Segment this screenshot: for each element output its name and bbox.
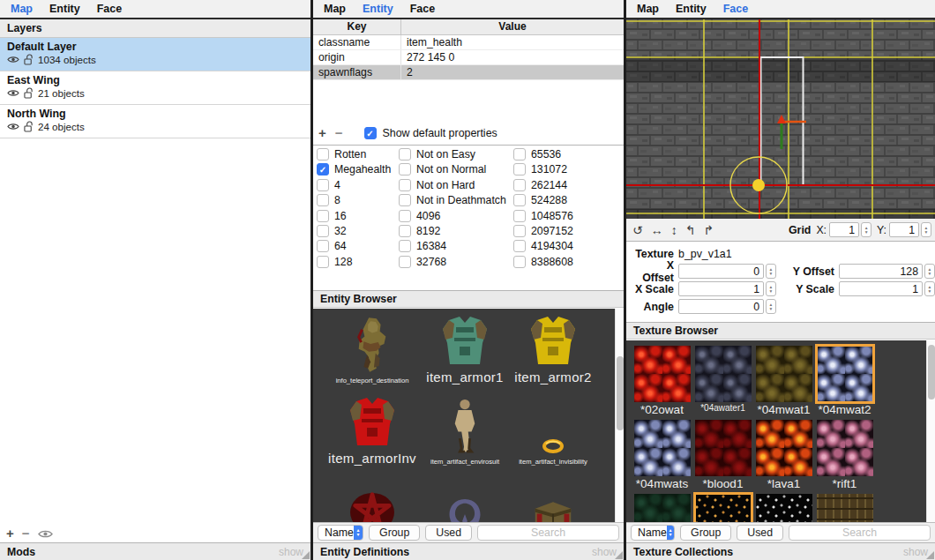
checkbox[interactable] [399,194,411,206]
texture-swatch[interactable] [756,494,812,522]
flag-32[interactable]: 32 [317,225,399,237]
flag-8[interactable]: 8 [317,194,399,206]
checkbox[interactable] [513,256,526,268]
unlock-icon[interactable] [24,87,34,99]
checkbox[interactable] [317,225,329,237]
layer-row-default-layer[interactable]: Default Layer 1034 objects [0,38,310,71]
tab-entity[interactable]: Entity [676,3,707,15]
entity-item[interactable] [424,466,505,522]
texture-tile[interactable] [632,494,692,522]
sort-dropdown[interactable]: Name ▴▾ [631,525,675,541]
flag-8388608[interactable]: 8388608 [513,256,619,268]
tab-map[interactable]: Map [637,3,659,15]
tab-map[interactable]: Map [11,3,33,15]
tab-face[interactable]: Face [410,3,436,15]
flag-not-in-deathmatch[interactable]: Not in Deathmatch [399,194,513,206]
entity-item-item_artifact_invisibility[interactable]: item_artifact_invisibility [505,385,601,466]
tab-entity[interactable]: Entity [49,3,80,15]
toggle-visibility-icon[interactable] [38,529,53,539]
entity-item-item_armor1[interactable]: item_armor1 [424,312,505,385]
flag-2097152[interactable]: 2097152 [513,225,619,237]
texture-collections-show-link[interactable]: show [903,546,928,558]
checkbox[interactable] [513,163,526,175]
flag-not-on-normal[interactable]: Not on Normal [399,163,513,175]
tab-face[interactable]: Face [723,3,749,15]
texture-swatch[interactable] [756,346,812,402]
scrollbar-thumb[interactable] [928,345,935,399]
checkbox[interactable] [317,148,329,161]
flip-horizontal-icon[interactable]: ↔ [651,223,663,237]
used-button[interactable]: Used [425,525,472,541]
flag-524288[interactable]: 524288 [513,194,619,206]
checkbox[interactable] [399,225,411,237]
add-property-button[interactable]: + [318,128,326,138]
unlock-icon[interactable] [24,54,34,65]
flag-4096[interactable]: 4096 [399,210,513,222]
rotate-ccw-icon[interactable]: ↰ [685,223,696,237]
texture-tile-02owat[interactable]: *02owat [632,346,692,416]
mods-show-link[interactable]: show [279,546,303,558]
angle-input[interactable] [678,299,764,314]
entity-item-info_teleport_destination[interactable]: info_teleport_destination [320,312,424,385]
layer-row-north-wing[interactable]: North Wing 24 objects [0,105,310,138]
texture-swatch[interactable] [634,420,691,476]
texture-swatch[interactable] [756,420,812,476]
flag-32768[interactable]: 32768 [399,256,513,268]
checkbox[interactable] [513,240,526,252]
grid-x-stepper[interactable]: ▴▾ [861,222,871,237]
texture-swatch[interactable] [817,346,873,402]
flag-megahealth[interactable]: ✓Megahealth [317,163,399,175]
tab-face[interactable]: Face [97,3,123,15]
texture-tile-blood1[interactable]: *blood1 [692,420,753,490]
flag-64[interactable]: 64 [317,240,399,252]
flag-128[interactable]: 128 [317,256,399,268]
flag-131072[interactable]: 131072 [513,163,619,175]
eye-icon[interactable] [7,123,19,131]
entity-definitions-show-link[interactable]: show [592,546,617,558]
scrollbar-thumb[interactable] [617,356,624,430]
checkbox[interactable] [317,179,329,191]
checkbox[interactable] [399,210,411,222]
checkbox[interactable] [513,225,526,237]
x-scale-stepper[interactable]: ▴▾ [766,281,776,296]
checkbox[interactable] [317,210,329,222]
group-button[interactable]: Group [369,525,420,541]
sort-dropdown[interactable]: Name ▴▾ [318,525,363,541]
flag-4[interactable]: 4 [317,179,399,191]
grid-y-stepper[interactable]: ▴▾ [921,222,931,237]
texture-tile-04awater1[interactable]: *04awater1 [692,346,753,416]
y-offset-input[interactable] [839,264,923,279]
flag-16384[interactable]: 16384 [399,240,513,252]
y-scale-input[interactable] [839,281,923,296]
column-header-value[interactable]: Value [401,19,624,34]
texture-swatch[interactable] [634,346,691,402]
y-scale-stepper[interactable]: ▴▾ [924,281,935,296]
x-offset-input[interactable] [678,264,764,279]
texture-swatch[interactable] [817,494,873,522]
used-button[interactable]: Used [737,525,783,541]
texture-search-input[interactable] [789,525,931,541]
checkbox[interactable] [399,148,411,161]
checkbox[interactable] [399,240,411,252]
texture-browser[interactable]: *02owat*04awater1*04mwat1*04mwat2*04mwat… [626,340,935,522]
remove-layer-button[interactable]: − [22,528,30,539]
layer-row-east-wing[interactable]: East Wing 21 objects [0,71,310,105]
column-header-key[interactable]: Key [313,19,401,34]
property-row-spawnflags[interactable]: spawnflags 2 [313,65,624,80]
unlock-icon[interactable] [24,121,34,132]
flag-1048576[interactable]: 1048576 [513,210,619,222]
checkbox[interactable] [317,240,329,252]
entity-item[interactable] [320,466,424,522]
property-row-origin[interactable]: origin 272 145 0 [313,50,624,65]
texture-browser-scrollbar[interactable] [926,340,935,522]
eye-icon[interactable] [7,56,19,63]
texture-swatch[interactable] [695,420,752,476]
entity-item-item_armorInv[interactable]: item_armorInv [320,385,424,466]
entity-search-input[interactable] [477,525,619,541]
texture-swatch[interactable] [817,420,873,476]
flag-16[interactable]: 16 [317,210,399,222]
eye-icon[interactable] [7,89,19,97]
checkbox[interactable] [399,179,411,191]
texture-tile-rift1[interactable]: *rift1 [814,420,875,490]
group-button[interactable]: Group [680,525,731,541]
